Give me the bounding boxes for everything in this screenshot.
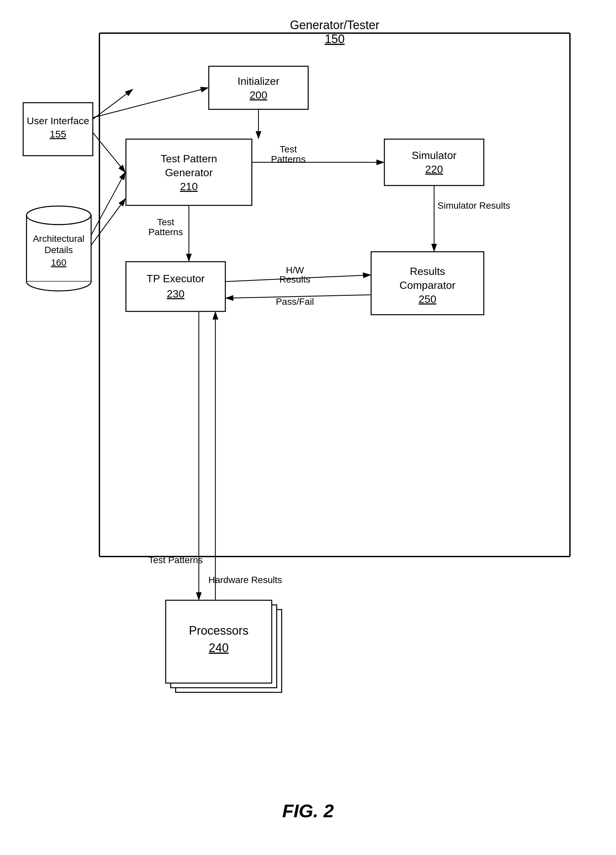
svg-text:220: 220: [425, 163, 443, 175]
svg-line-39: [91, 199, 125, 245]
svg-text:Initializer: Initializer: [238, 75, 280, 87]
svg-text:Details: Details: [44, 245, 73, 255]
svg-text:Patterns: Patterns: [149, 227, 183, 237]
svg-text:Test: Test: [280, 144, 297, 154]
svg-text:User Interface: User Interface: [27, 115, 89, 126]
diagram-container: Generator/Tester Generator/Tester 150 In…: [20, 13, 596, 841]
svg-line-37: [93, 132, 125, 172]
svg-text:240: 240: [209, 641, 228, 654]
svg-line-36: [93, 88, 208, 118]
svg-rect-17: [371, 252, 484, 315]
svg-text:H/W: H/W: [286, 265, 304, 275]
svg-text:Generator: Generator: [165, 167, 213, 179]
svg-text:200: 200: [250, 89, 267, 101]
svg-line-38: [91, 172, 125, 235]
svg-rect-4: [209, 66, 308, 109]
svg-text:160: 160: [51, 257, 67, 268]
svg-rect-24: [26, 215, 91, 282]
svg-point-25: [26, 206, 91, 225]
svg-text:Processors: Processors: [189, 624, 248, 637]
svg-text:Comparator: Comparator: [400, 279, 456, 291]
svg-text:Hardware Results: Hardware Results: [208, 575, 282, 585]
svg-text:Results: Results: [279, 274, 310, 285]
svg-text:250: 250: [418, 293, 436, 305]
svg-text:Architectural: Architectural: [33, 234, 84, 244]
svg-rect-21: [23, 103, 93, 156]
svg-text:155: 155: [50, 129, 66, 139]
svg-text:Test Patterns: Test Patterns: [149, 555, 202, 565]
svg-line-35: [93, 89, 133, 119]
svg-rect-7: [126, 139, 252, 205]
svg-text:210: 210: [180, 181, 198, 193]
svg-text:Test Pattern: Test Pattern: [161, 153, 218, 165]
svg-text:Generator/Tester: Generator/Tester: [290, 18, 379, 32]
svg-rect-29: [176, 610, 282, 693]
svg-rect-30: [171, 605, 277, 688]
svg-text:Generator/Tester: Generator/Tester: [290, 18, 379, 32]
figure-label: FIG. 2: [20, 800, 596, 821]
svg-line-52: [226, 295, 371, 298]
svg-rect-11: [385, 139, 484, 185]
svg-text:Results: Results: [410, 265, 445, 277]
svg-rect-31: [165, 600, 272, 683]
svg-line-49: [225, 275, 371, 282]
svg-text:TP Executor: TP Executor: [147, 273, 205, 285]
svg-rect-0: [100, 33, 570, 556]
svg-text:Pass/Fail: Pass/Fail: [276, 296, 314, 307]
svg-text:Patterns: Patterns: [271, 154, 305, 164]
svg-text:Test: Test: [157, 217, 174, 227]
diagram-svg: Generator/Tester Generator/Tester 150 In…: [20, 13, 596, 841]
svg-text:Simulator Results: Simulator Results: [437, 201, 510, 211]
svg-text:Simulator: Simulator: [412, 149, 457, 161]
svg-text:230: 230: [167, 288, 184, 300]
svg-text:150: 150: [325, 32, 345, 46]
svg-rect-14: [126, 262, 225, 311]
